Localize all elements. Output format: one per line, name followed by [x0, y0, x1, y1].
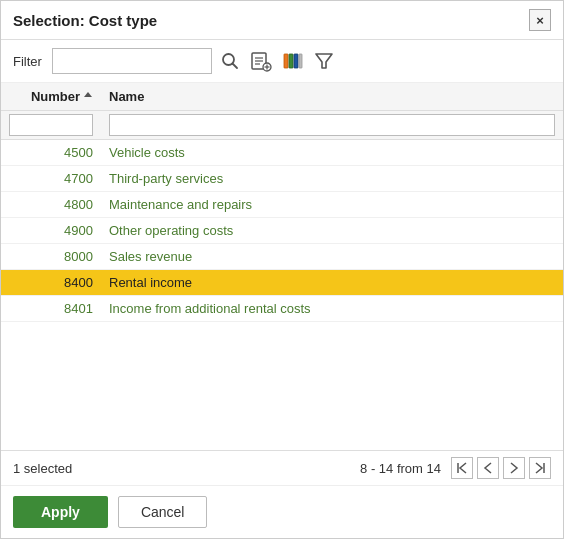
export-icon[interactable]	[248, 48, 274, 74]
last-page-button[interactable]	[529, 457, 551, 479]
name-filter-cell	[101, 111, 563, 140]
table-row[interactable]: 8400Rental income	[1, 270, 563, 296]
column-chooser-icon[interactable]	[280, 48, 306, 74]
cell-name: Vehicle costs	[101, 140, 563, 166]
svg-marker-13	[316, 54, 332, 68]
svg-line-1	[232, 64, 237, 69]
data-table: Number Name 4500Vehicle costs4700Third-p…	[1, 83, 563, 322]
dialog-title: Selection: Cost type	[13, 12, 157, 29]
apply-button[interactable]: Apply	[13, 496, 108, 528]
cell-name: Sales revenue	[101, 244, 563, 270]
filter-row: Filter	[1, 40, 563, 83]
svg-marker-14	[84, 92, 92, 97]
table-row[interactable]: 4800Maintenance and repairs	[1, 192, 563, 218]
table-row[interactable]: 8000Sales revenue	[1, 244, 563, 270]
footer: 1 selected 8 - 14 from 14	[1, 450, 563, 485]
svg-rect-12	[299, 54, 302, 68]
dialog-header: Selection: Cost type ×	[1, 1, 563, 40]
data-table-container: Number Name 4500Vehicle costs4700Third-p…	[1, 83, 563, 450]
cell-name: Rental income	[101, 270, 563, 296]
svg-rect-9	[284, 54, 288, 68]
action-row: Apply Cancel	[1, 485, 563, 538]
cancel-button[interactable]: Cancel	[118, 496, 208, 528]
cell-number: 8000	[1, 244, 101, 270]
number-filter-input[interactable]	[9, 114, 93, 136]
column-header-number: Number	[1, 83, 101, 111]
cell-number: 4900	[1, 218, 101, 244]
next-page-button[interactable]	[503, 457, 525, 479]
close-button[interactable]: ×	[529, 9, 551, 31]
table-row[interactable]: 4700Third-party services	[1, 166, 563, 192]
table-row[interactable]: 4500Vehicle costs	[1, 140, 563, 166]
svg-rect-11	[294, 54, 298, 68]
selected-count: 1 selected	[13, 461, 72, 476]
svg-rect-10	[289, 54, 293, 68]
table-row[interactable]: 4900Other operating costs	[1, 218, 563, 244]
cell-name: Income from additional rental costs	[101, 296, 563, 322]
first-page-button[interactable]	[451, 457, 473, 479]
cell-name: Third-party services	[101, 166, 563, 192]
search-icon[interactable]	[218, 49, 242, 73]
cell-number: 4500	[1, 140, 101, 166]
filter-toggle-icon[interactable]	[312, 49, 336, 73]
pagination: 8 - 14 from 14	[360, 457, 551, 479]
column-header-name: Name	[101, 83, 563, 111]
table-row[interactable]: 8401Income from additional rental costs	[1, 296, 563, 322]
cell-name: Maintenance and repairs	[101, 192, 563, 218]
prev-page-button[interactable]	[477, 457, 499, 479]
page-info: 8 - 14 from 14	[360, 461, 441, 476]
filter-input[interactable]	[52, 48, 212, 74]
filter-label: Filter	[13, 54, 42, 69]
cell-number: 8401	[1, 296, 101, 322]
number-filter-cell	[1, 111, 101, 140]
selection-dialog: Selection: Cost type × Filter	[0, 0, 564, 539]
cell-name: Other operating costs	[101, 218, 563, 244]
cell-number: 4800	[1, 192, 101, 218]
cell-number: 4700	[1, 166, 101, 192]
cell-number: 8400	[1, 270, 101, 296]
name-filter-input[interactable]	[109, 114, 555, 136]
